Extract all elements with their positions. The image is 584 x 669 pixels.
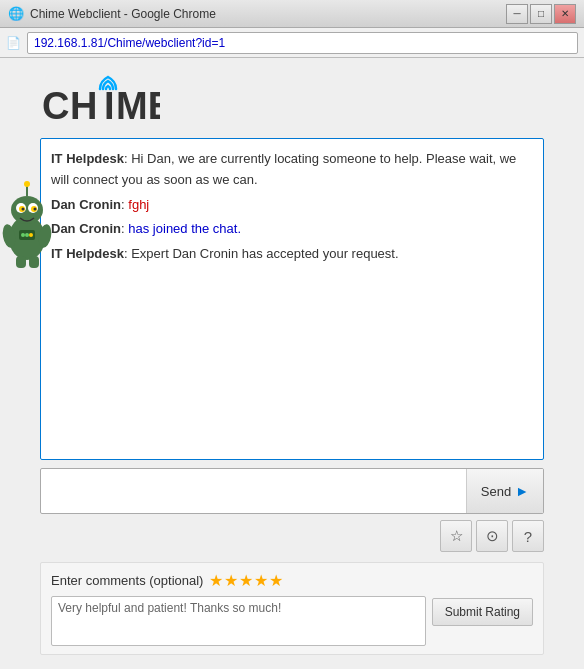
send-label: Send	[481, 484, 511, 499]
message-text: fghj	[128, 197, 149, 212]
svg-text:ME: ME	[116, 85, 160, 127]
url-bar[interactable]: 192.168.1.81/Chime/webclient?id=1	[27, 32, 578, 54]
submit-rating-button[interactable]: Submit Rating	[432, 598, 533, 626]
message-sender: IT Helpdesk	[51, 151, 124, 166]
browser-icon: 🌐	[8, 6, 24, 22]
rating-area: Enter comments (optional) ★★★★★ Very hel…	[40, 562, 544, 655]
star-rating[interactable]: ★★★★★	[209, 571, 284, 590]
titlebar-title: Chime Webclient - Google Chrome	[30, 7, 216, 21]
download-button[interactable]: ⊙	[476, 520, 508, 552]
logo-container: C H I ME	[40, 73, 544, 128]
chat-message: Dan Cronin: has joined the chat.	[51, 219, 533, 240]
svg-text:I: I	[104, 85, 115, 127]
browser-content: C H I ME IT Helpdesk: Hi Dan, we are cur…	[0, 58, 584, 669]
message-text: Expert Dan Cronin has accepted your requ…	[131, 246, 398, 261]
action-buttons: ☆ ⊙ ?	[40, 520, 544, 552]
help-button[interactable]: ?	[512, 520, 544, 552]
message-sender: Dan Cronin	[51, 221, 121, 236]
svg-rect-13	[29, 256, 39, 268]
message-input[interactable]	[41, 469, 466, 513]
send-arrow-icon: ►	[515, 483, 529, 499]
restore-button[interactable]: □	[530, 4, 552, 24]
minimize-button[interactable]: ─	[506, 4, 528, 24]
input-area: Send ►	[40, 468, 544, 514]
addressbar: 📄 192.168.1.81/Chime/webclient?id=1	[0, 28, 584, 58]
svg-text:H: H	[70, 85, 97, 127]
chime-app: C H I ME IT Helpdesk: Hi Dan, we are cur…	[0, 58, 584, 669]
chat-area: IT Helpdesk: Hi Dan, we are currently lo…	[40, 138, 544, 460]
robot-mascot	[0, 178, 55, 258]
question-icon: ?	[524, 528, 532, 545]
logo-area: C H I ME	[40, 73, 544, 128]
message-sender: Dan Cronin	[51, 197, 121, 212]
page-icon: 📄	[6, 36, 21, 50]
chat-message: Dan Cronin: fghj	[51, 195, 533, 216]
star-icon: ☆	[450, 527, 463, 545]
send-button[interactable]: Send ►	[466, 469, 543, 513]
chime-logo: C H I ME	[40, 73, 160, 128]
rating-header: Enter comments (optional) ★★★★★	[51, 571, 533, 590]
close-button[interactable]: ✕	[554, 4, 576, 24]
svg-point-7	[34, 208, 37, 211]
svg-point-1	[11, 196, 43, 224]
svg-point-17	[29, 233, 33, 237]
titlebar-buttons: ─ □ ✕	[506, 4, 576, 24]
rating-label: Enter comments (optional)	[51, 573, 203, 588]
titlebar: 🌐 Chime Webclient - Google Chrome ─ □ ✕	[0, 0, 584, 28]
titlebar-left: 🌐 Chime Webclient - Google Chrome	[8, 6, 216, 22]
svg-point-15	[21, 233, 25, 237]
star-button[interactable]: ☆	[440, 520, 472, 552]
chat-message: IT Helpdesk: Hi Dan, we are currently lo…	[51, 149, 533, 191]
svg-rect-12	[16, 256, 26, 268]
download-icon: ⊙	[486, 527, 499, 545]
message-sender: IT Helpdesk	[51, 246, 124, 261]
chat-message: IT Helpdesk: Expert Dan Cronin has accep…	[51, 244, 533, 265]
rating-input-row: Very helpful and patient! Thanks so much…	[51, 596, 533, 646]
svg-point-16	[25, 233, 29, 237]
svg-point-9	[24, 181, 30, 187]
svg-point-6	[22, 208, 25, 211]
message-text: has joined the chat.	[128, 221, 241, 236]
rating-textarea[interactable]: Very helpful and patient! Thanks so much…	[51, 596, 426, 646]
svg-text:C: C	[42, 85, 69, 127]
